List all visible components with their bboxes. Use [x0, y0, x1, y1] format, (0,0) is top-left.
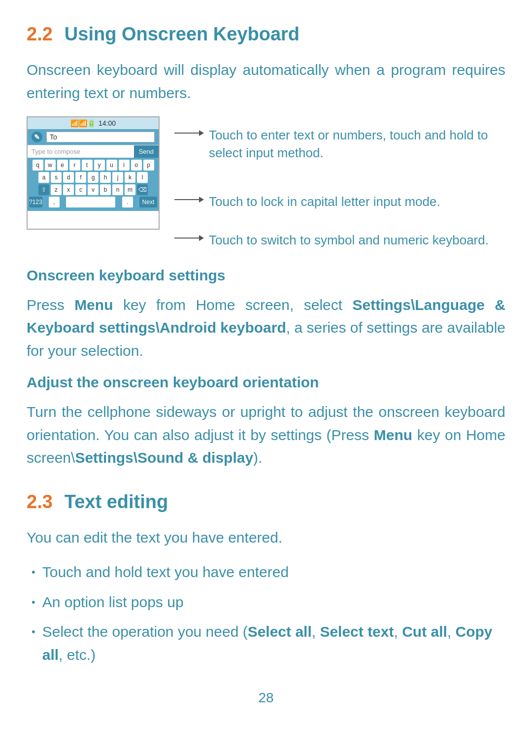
key-t[interactable]: t: [82, 160, 93, 171]
compose-input[interactable]: Type to compose: [28, 145, 134, 158]
phone-mockup-area: 📶📶🔋 14:00 ✎ To Type to compose Send q w …: [27, 116, 505, 249]
ao-settings-bold: Settings\Sound & display: [75, 449, 253, 466]
phone-screen: 📶📶🔋 14:00 ✎ To Type to compose Send q w …: [27, 116, 160, 230]
ks-text-after-bold1: key from Home screen, select: [113, 297, 352, 313]
phone-status-bar: 📶📶🔋 14:00: [28, 117, 159, 129]
status-icons: 📶📶🔋: [70, 119, 96, 127]
key-space[interactable]: [66, 197, 115, 207]
key-r[interactable]: r: [69, 160, 80, 171]
bullet-list: • Touch and hold text you have entered •…: [32, 561, 505, 666]
bullet-text-1: Touch and hold text you have entered: [42, 561, 505, 584]
key-g[interactable]: g: [88, 172, 99, 183]
key-period[interactable]: .: [122, 197, 133, 207]
key-h[interactable]: h: [100, 172, 111, 183]
key-u[interactable]: u: [106, 160, 117, 171]
adjust-orientation-heading: Adjust the onscreen keyboard orientation: [27, 374, 505, 391]
status-time: 14:00: [99, 119, 116, 127]
annotation-1-line: [174, 133, 199, 134]
key-o[interactable]: o: [131, 160, 142, 171]
keyboard-row-4: ?123 , . Next: [29, 197, 157, 207]
bold-cut-all: Cut all: [402, 623, 447, 640]
key-q[interactable]: q: [33, 160, 43, 171]
section-23-intro: You can edit the text you have entered.: [27, 526, 505, 550]
key-sym[interactable]: ?123: [29, 197, 42, 207]
adjust-orientation-section: Adjust the onscreen keyboard orientation…: [27, 374, 505, 470]
section-23-title: 2.3 Text editing: [27, 491, 505, 513]
bullet-dot-1: •: [32, 564, 35, 581]
to-field-label: To: [50, 133, 57, 141]
bullet-dot-2: •: [32, 594, 35, 611]
annotation-3-text: Touch to switch to symbol and numeric ke…: [209, 231, 489, 249]
annotation-2: Touch to lock in capital letter input mo…: [174, 193, 505, 210]
phone-compose-area: Type to compose Send: [28, 145, 159, 158]
section-22-title: 2.2 Using Onscreen Keyboard: [27, 24, 505, 45]
section-label: Using Onscreen Keyboard: [65, 24, 299, 45]
key-d[interactable]: d: [63, 172, 74, 183]
key-i[interactable]: i: [119, 160, 130, 171]
send-button[interactable]: Send: [134, 145, 159, 158]
keyboard-settings-section: Onscreen keyboard settings Press Menu ke…: [27, 267, 505, 363]
section-23-number: 2.3: [27, 491, 53, 513]
key-next[interactable]: Next: [139, 197, 157, 207]
keyboard-row-1: q w e r t y u i o p: [29, 160, 157, 171]
bullet-item-2: • An option list pops up: [32, 591, 505, 614]
bullet-item-3: • Select the operation you need (Select …: [32, 620, 505, 666]
annotation-2-line: [174, 199, 199, 200]
keyboard-settings-text: Press Menu key from Home screen, select …: [27, 294, 505, 363]
compose-icon: ✎: [32, 132, 42, 142]
ks-menu-bold: Menu: [74, 297, 113, 313]
key-k[interactable]: k: [125, 172, 135, 183]
key-j[interactable]: j: [112, 172, 123, 183]
key-a[interactable]: a: [38, 172, 49, 183]
key-z[interactable]: z: [51, 184, 62, 195]
section-23-label: Text editing: [65, 491, 168, 513]
key-n[interactable]: n: [112, 184, 123, 195]
keyboard-row-2: a s d f g h j k l: [29, 172, 157, 183]
key-b[interactable]: b: [100, 184, 111, 195]
section-22-intro: Onscreen keyboard will display automatic…: [27, 59, 505, 104]
bold-select-text: Select text: [320, 623, 394, 640]
adjust-orientation-text: Turn the cellphone sideways or upright t…: [27, 401, 505, 470]
key-m[interactable]: m: [125, 184, 135, 195]
annotations-area: Touch to enter text or numbers, touch an…: [174, 116, 505, 249]
annotation-3-arrow: [199, 235, 204, 241]
ao-text3: ).: [253, 449, 262, 466]
annotation-2-text: Touch to lock in capital letter input mo…: [209, 193, 440, 210]
to-field[interactable]: To: [46, 132, 155, 142]
annotation-1-arrow: [199, 130, 204, 136]
key-l[interactable]: l: [137, 172, 148, 183]
annotation-3-line: [174, 238, 199, 239]
ks-text-before-bold1: Press: [27, 297, 74, 313]
key-s[interactable]: s: [51, 172, 62, 183]
annotation-1-text: Touch to enter text or numbers, touch an…: [209, 126, 505, 162]
page-number: 28: [27, 690, 505, 706]
bullet-item-1: • Touch and hold text you have entered: [32, 561, 505, 584]
bullet-text-2: An option list pops up: [42, 591, 505, 614]
annotation-2-arrow: [199, 197, 204, 203]
keyboard-settings-heading: Onscreen keyboard settings: [27, 267, 505, 284]
keyboard-container: q w e r t y u i o p a s d f g h j k: [28, 158, 159, 211]
key-c[interactable]: c: [75, 184, 86, 195]
key-shift[interactable]: ⇧: [38, 184, 49, 195]
key-w[interactable]: w: [45, 160, 56, 171]
section-number: 2.2: [27, 24, 53, 45]
annotation-1: Touch to enter text or numbers, touch an…: [174, 126, 505, 162]
phone-toolbar: ✎ To: [28, 129, 159, 145]
key-f[interactable]: f: [75, 172, 86, 183]
key-v[interactable]: v: [88, 184, 99, 195]
bullet-dot-3: •: [32, 623, 35, 640]
annotation-3: Touch to switch to symbol and numeric ke…: [174, 231, 505, 249]
ao-menu-bold: Menu: [374, 427, 412, 443]
key-delete[interactable]: ⌫: [137, 184, 148, 195]
bullet-text-3: Select the operation you need (Select al…: [42, 620, 505, 666]
bold-select-all: Select all: [248, 623, 312, 640]
key-y[interactable]: y: [94, 160, 105, 171]
key-comma[interactable]: ,: [49, 197, 60, 207]
key-e[interactable]: e: [57, 160, 68, 171]
key-x[interactable]: x: [63, 184, 74, 195]
key-p[interactable]: p: [143, 160, 154, 171]
keyboard-row-3: ⇧ z x c v b n m ⌫: [29, 184, 157, 195]
